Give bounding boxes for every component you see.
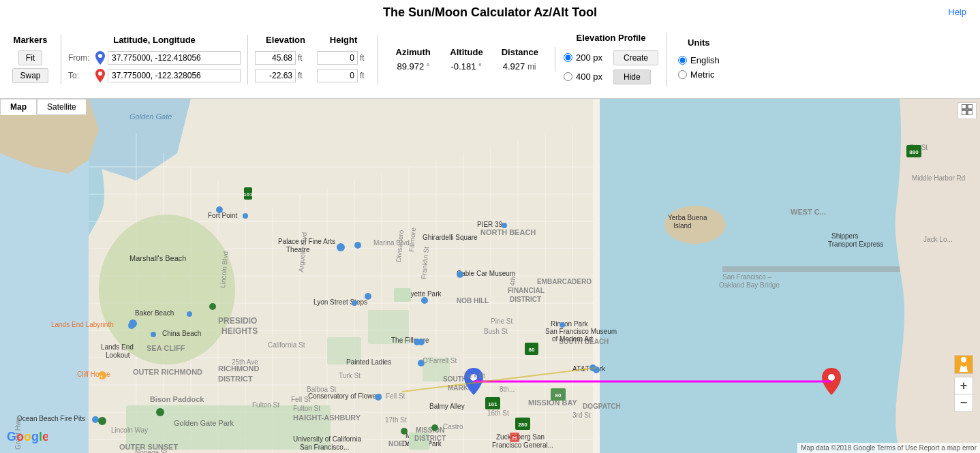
section-markers: Markers Fit Swap [0, 35, 61, 84]
map-controls: + − [954, 355, 973, 412]
section-elevation-height: Elevation Height ft ft ft ft [248, 35, 378, 84]
markers-label: Markers [14, 35, 48, 45]
from-height-input[interactable] [317, 51, 358, 65]
svg-rect-4 [962, 110, 966, 115]
svg-text:Zuckerberg San: Zuckerberg San [496, 433, 545, 441]
svg-text:Lands End: Lands End [101, 343, 134, 351]
svg-rect-5 [968, 110, 973, 115]
svg-point-1 [98, 72, 102, 76]
zoom-out-button[interactable]: − [954, 394, 973, 412]
create-button[interactable]: Create [613, 50, 658, 65]
map-container[interactable]: Map Satellite [0, 99, 980, 453]
to-height-input[interactable] [317, 69, 358, 82]
svg-point-146 [337, 243, 345, 251]
svg-text:MISSION: MISSION [416, 426, 444, 434]
section-elevation-profile: Elevation Profile 200 px Create 400 px H… [555, 33, 667, 87]
svg-text:China Beach: China Beach [162, 330, 201, 337]
to-coords-input[interactable] [108, 69, 241, 82]
svg-point-149 [421, 297, 428, 304]
zoom-in-button[interactable]: + [954, 377, 973, 394]
distance-value: 4.927 mi [503, 61, 536, 72]
svg-point-147 [414, 339, 420, 345]
ep-400px-label: 400 px [576, 72, 613, 82]
svg-text:Marshall's Beach: Marshall's Beach [129, 254, 186, 262]
svg-text:San Francisco Museum: San Francisco Museum [545, 328, 617, 335]
tab-satellite[interactable]: Satellite [37, 99, 87, 115]
svg-text:Fort Point: Fort Point [208, 212, 238, 219]
to-elevation-row: ft ft [255, 69, 371, 82]
svg-text:Balboa St: Balboa St [307, 386, 337, 393]
to-height-unit: ft [360, 71, 371, 80]
svg-point-148 [457, 271, 463, 278]
map-svg[interactable]: 101 Golden Gate Fort Point Marshall's Be… [0, 99, 980, 453]
to-row: To: [68, 69, 241, 82]
control-panel: The Sun/Moon Calculator Az/Alt Tool Help… [0, 0, 980, 99]
from-coords-input[interactable] [108, 51, 241, 65]
page-title: The Sun/Moon Calculator Az/Alt Tool [383, 5, 597, 20]
svg-text:DOGPATCH: DOGPATCH [583, 403, 621, 410]
from-row: From: [68, 51, 241, 65]
from-label: From: [68, 53, 95, 63]
svg-text:17th St: 17th St [385, 416, 407, 424]
units-header: Units [678, 37, 720, 48]
svg-text:NORTH BEACH: NORTH BEACH [480, 228, 536, 236]
metric-label: Metric [690, 69, 714, 80]
svg-text:Shippers: Shippers [831, 232, 858, 240]
metric-radio[interactable] [678, 70, 687, 79]
svg-text:California St: California St [268, 341, 305, 349]
svg-point-154 [156, 408, 164, 416]
english-label: English [690, 55, 720, 65]
ep-400px-radio[interactable] [564, 72, 572, 81]
hide-button[interactable]: Hide [613, 69, 651, 84]
svg-text:Fell St: Fell St [291, 396, 311, 403]
ep-200px-row: 200 px Create [564, 50, 658, 65]
ep-200px-radio[interactable] [564, 53, 572, 62]
svg-text:Ghirardelli Square: Ghirardelli Square [423, 234, 478, 241]
svg-text:Lincoln Way: Lincoln Way [111, 426, 148, 434]
svg-text:WEST C...: WEST C... [791, 208, 826, 216]
svg-text:Francisco General...: Francisco General... [492, 441, 553, 449]
svg-text:Island: Island [673, 222, 692, 230]
svg-point-37 [99, 215, 235, 364]
svg-point-82 [502, 223, 507, 228]
svg-point-144 [828, 374, 835, 381]
svg-point-145 [216, 206, 223, 213]
from-elevation-input[interactable] [255, 51, 296, 65]
svg-text:DISTRICT: DISTRICT [414, 435, 446, 442]
svg-point-48 [187, 311, 192, 317]
tab-map[interactable]: Map [0, 99, 37, 115]
svg-point-155 [98, 417, 106, 425]
svg-text:San Francisco –: San Francisco – [722, 273, 772, 281]
ep-200px-label: 200 px [576, 52, 613, 63]
svg-text:Lands End Labyrinth: Lands End Labyrinth [51, 321, 114, 328]
to-elevation-input[interactable] [255, 69, 296, 82]
svg-text:Bush St: Bush St [484, 328, 508, 335]
svg-point-50 [151, 332, 156, 337]
fit-button[interactable]: Fit [18, 50, 42, 65]
svg-text:101: 101 [243, 191, 253, 198]
help-link[interactable]: Help [948, 7, 966, 17]
svg-text:NOB HILL: NOB HILL [457, 297, 489, 304]
coords-header: Latitude, Longitude [68, 35, 241, 45]
street-view-button[interactable] [954, 355, 973, 374]
aad-values: 89.972 ° -0.181 ° 4.927 mi [386, 61, 547, 72]
elev-height-headers: Elevation Height [255, 35, 371, 45]
svg-text:Fell St: Fell St [386, 392, 405, 400]
svg-text:Middle Harbor Rd: Middle Harbor Rd [912, 174, 965, 182]
expand-icon[interactable] [958, 102, 977, 119]
svg-text:880: 880 [909, 149, 919, 155]
svg-text:San Francisco...: San Francisco... [300, 443, 349, 451]
svg-text:25th Ave: 25th Ave [232, 358, 258, 366]
svg-text:Marina Blvd: Marina Blvd [373, 239, 410, 247]
english-radio[interactable] [678, 56, 687, 65]
svg-point-151 [129, 319, 137, 328]
svg-text:Yerba Buena: Yerba Buena [668, 214, 707, 221]
svg-rect-2 [962, 104, 966, 109]
swap-button[interactable]: Swap [12, 68, 48, 83]
svg-text:Lyon Street Steps: Lyon Street Steps [313, 298, 367, 306]
svg-text:FINANCIAL: FINANCIAL [508, 287, 545, 294]
google-logo: Google [7, 429, 48, 446]
from-marker-icon [95, 51, 105, 65]
svg-text:OUTER RICHMOND: OUTER RICHMOND [133, 368, 202, 376]
svg-text:Cable Car Museum: Cable Car Museum [457, 270, 515, 277]
